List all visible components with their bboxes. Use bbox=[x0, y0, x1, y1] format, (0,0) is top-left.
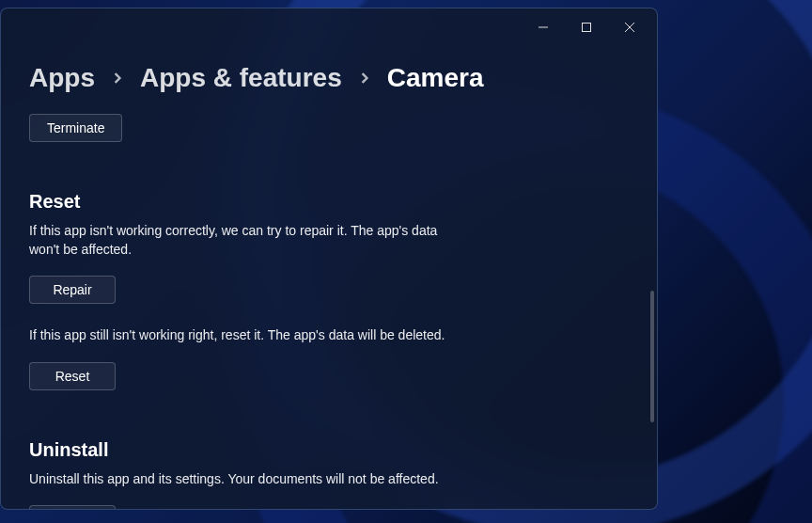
chevron-right-icon bbox=[112, 72, 123, 84]
scrollbar-thumb[interactable] bbox=[650, 291, 654, 422]
window-titlebar bbox=[1, 8, 657, 46]
reset-description: If this app still isn't working right, r… bbox=[29, 326, 461, 345]
minimize-button[interactable] bbox=[522, 12, 565, 42]
reset-heading: Reset bbox=[29, 191, 629, 213]
maximize-button[interactable] bbox=[565, 12, 608, 42]
breadcrumb: Apps Apps & features Camera bbox=[29, 63, 629, 93]
repair-button[interactable]: Repair bbox=[29, 276, 116, 304]
uninstall-heading: Uninstall bbox=[29, 439, 629, 461]
breadcrumb-apps-features[interactable]: Apps & features bbox=[140, 63, 342, 93]
chevron-right-icon bbox=[359, 72, 370, 84]
reset-button[interactable]: Reset bbox=[29, 362, 116, 390]
terminate-button[interactable]: Terminate bbox=[29, 114, 122, 142]
uninstall-description: Uninstall this app and its settings. You… bbox=[29, 470, 461, 489]
breadcrumb-apps[interactable]: Apps bbox=[29, 63, 95, 93]
settings-window: Apps Apps & features Camera Terminate Re… bbox=[0, 8, 658, 510]
repair-description: If this app isn't working correctly, we … bbox=[29, 222, 461, 259]
uninstall-button[interactable]: Uninstall bbox=[29, 505, 116, 510]
svg-rect-1 bbox=[583, 24, 591, 32]
close-button[interactable] bbox=[608, 12, 651, 42]
settings-content: Apps Apps & features Camera Terminate Re… bbox=[1, 46, 657, 510]
breadcrumb-current: Camera bbox=[387, 63, 484, 93]
